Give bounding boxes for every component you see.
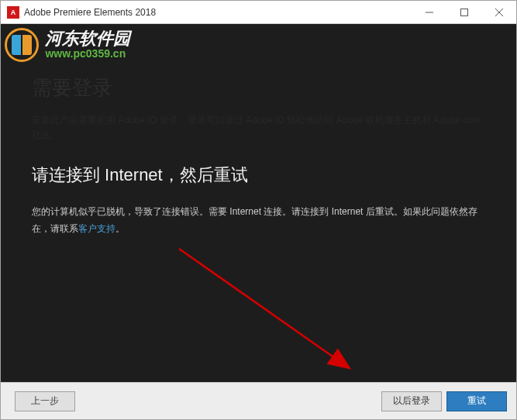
svg-rect-1 xyxy=(460,9,467,15)
maximize-button[interactable] xyxy=(446,1,481,23)
error-text-suffix: 。 xyxy=(115,223,125,234)
back-button[interactable]: 上一步 xyxy=(15,391,75,411)
titlebar: A Adobe Premiere Elements 2018 xyxy=(1,1,516,24)
window-controls xyxy=(412,1,516,23)
minimize-button[interactable] xyxy=(412,1,446,23)
sign-in-later-button[interactable]: 以后登录 xyxy=(381,391,442,411)
content-area: 需要登录 安装此产品需要您用 Adobe ID 登录。登录可以通过 Adobe … xyxy=(1,24,516,382)
close-button[interactable] xyxy=(481,1,516,23)
retry-button[interactable]: 重试 xyxy=(446,391,507,411)
error-heading: 请连接到 Internet，然后重试 xyxy=(32,164,485,187)
error-overlay: 请连接到 Internet，然后重试 您的计算机似乎已脱机，导致了连接错误。需要… xyxy=(1,24,516,382)
window-title: Adobe Premiere Elements 2018 xyxy=(24,7,412,18)
support-link[interactable]: 客户支持 xyxy=(78,223,115,234)
app-window: A Adobe Premiere Elements 2018 需要登录 安装此产… xyxy=(0,0,517,420)
footer-bar: 上一步 以后登录 重试 xyxy=(1,382,516,419)
adobe-app-icon: A xyxy=(7,6,19,19)
error-message: 您的计算机似乎已脱机，导致了连接错误。需要 Internet 连接。请连接到 I… xyxy=(32,204,485,237)
